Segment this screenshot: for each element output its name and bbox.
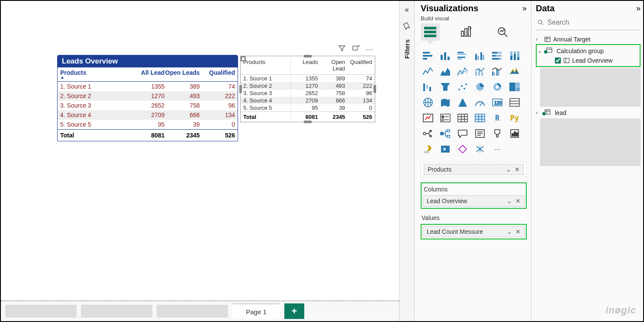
visual-leads-overview-table[interactable]: Leads Overview Products ▲ All Lead Open … (57, 55, 238, 141)
collapse-pane-icon[interactable]: » (522, 4, 527, 13)
col-products[interactable]: Products (243, 59, 291, 72)
slicer-icon[interactable] (438, 112, 453, 124)
clustered-column-icon[interactable] (473, 49, 487, 62)
tree-item-lead-overview[interactable]: Lead Overview (555, 56, 639, 65)
resize-handle[interactable] (374, 85, 376, 93)
table-row[interactable]: 2. Source 21270493222 (241, 82, 375, 89)
clustered-bar-icon[interactable] (455, 49, 470, 62)
remove-field-icon[interactable]: ✕ (515, 166, 520, 173)
hundred-stacked-bar-icon[interactable] (490, 49, 505, 62)
resize-handle[interactable] (304, 121, 312, 123)
r-visual-icon[interactable]: R (490, 112, 505, 124)
search-field[interactable] (536, 17, 641, 30)
resize-handle[interactable] (304, 55, 312, 57)
search-input[interactable] (547, 19, 639, 26)
chevron-down-icon[interactable]: ⌄ (506, 166, 511, 173)
table-row[interactable]: 4. Source 42709666134 (241, 97, 375, 104)
goals-icon[interactable] (490, 127, 505, 140)
waterfall-icon[interactable] (421, 80, 435, 93)
expand-icon[interactable]: › (536, 36, 542, 42)
line-stacked-column-icon[interactable] (473, 65, 487, 78)
matrix-visual-icon[interactable] (473, 112, 487, 124)
col-open-lead[interactable]: Open Lead (318, 59, 345, 72)
field-pill-lead-count-measure[interactable]: Lead Count Messure ⌄✕ (423, 226, 525, 237)
tree-item-calculation-group[interactable]: ⌄ Calculation group (538, 46, 639, 56)
paginated-report-icon[interactable] (507, 127, 522, 140)
decomposition-tree-icon[interactable] (438, 127, 453, 140)
table-row[interactable]: 1. Source 1135538974 (241, 75, 375, 82)
build-fields-tab[interactable] (421, 23, 440, 41)
filters-pane-collapsed[interactable]: « Filters (399, 1, 415, 321)
area-chart-icon[interactable] (438, 65, 453, 78)
chevron-down-icon[interactable]: ⌄ (507, 198, 512, 204)
focus-mode-icon[interactable] (352, 45, 360, 54)
col-qualified[interactable]: Qualified (345, 59, 372, 72)
page-tab-placeholder[interactable] (5, 305, 77, 318)
scatter-icon[interactable] (455, 80, 470, 93)
treemap-icon[interactable] (507, 80, 522, 93)
azure-map-icon[interactable] (455, 96, 470, 109)
page-tab-active[interactable]: Page 1 (232, 303, 280, 319)
gauge-icon[interactable] (473, 96, 487, 109)
smart-narrative-icon[interactable] (473, 127, 487, 140)
field-checkbox[interactable] (555, 57, 561, 64)
line-chart-icon[interactable] (421, 65, 435, 78)
multi-row-card-icon[interactable] (507, 96, 522, 109)
tree-item-lead[interactable]: › lead (536, 108, 641, 118)
format-visual-tab[interactable] (457, 23, 476, 41)
table-visual-icon[interactable] (455, 112, 470, 124)
stacked-bar-icon[interactable] (421, 49, 435, 62)
qa-visual-icon[interactable] (455, 127, 470, 140)
remove-field-icon[interactable]: ✕ (515, 228, 521, 235)
line-clustered-column-icon[interactable] (490, 65, 505, 78)
power-apps-icon[interactable]: 123 (421, 143, 435, 156)
hundred-stacked-column-icon[interactable] (507, 49, 522, 62)
page-tab-placeholder[interactable] (81, 305, 152, 318)
col-leads[interactable]: Leads (291, 59, 318, 72)
resize-handle[interactable] (241, 56, 246, 61)
funnel-icon[interactable] (438, 80, 453, 93)
table-row[interactable]: 4. Source 4 2709 666 134 (58, 110, 238, 120)
stacked-column-icon[interactable] (438, 49, 453, 62)
arcgis-icon[interactable] (455, 143, 470, 156)
more-options-icon[interactable]: ··· (366, 45, 374, 54)
page-tab-placeholder[interactable] (157, 305, 228, 318)
col-all-lead[interactable]: All Lead (129, 69, 164, 80)
filled-map-icon[interactable] (438, 96, 453, 109)
key-influencers-icon[interactable] (421, 127, 435, 140)
more-visuals-icon[interactable]: ··· (490, 143, 505, 156)
ribbon-chart-icon[interactable] (507, 65, 522, 78)
visual-plain-table-selected[interactable]: ··· Products Leads Open Lead Quali (240, 43, 375, 122)
expand-icon[interactable]: › (536, 110, 542, 116)
table-row[interactable]: 3. Source 3 2652 758 96 (58, 101, 238, 110)
card-icon[interactable]: 123 (490, 96, 505, 109)
table-row[interactable]: 1. Source 1 1355 389 74 (58, 82, 238, 91)
resize-handle[interactable] (239, 85, 242, 93)
canvas-body[interactable]: Leads Overview Products ▲ All Lead Open … (1, 1, 399, 301)
pie-icon[interactable] (473, 80, 487, 93)
map-icon[interactable] (421, 96, 435, 109)
collapse-pane-icon[interactable]: » (636, 4, 641, 13)
rows-field-well[interactable]: Products ⌄✕ (421, 162, 527, 177)
collapse-icon[interactable]: ⌄ (538, 48, 544, 54)
remove-field-icon[interactable]: ✕ (515, 198, 521, 204)
table-row[interactable]: 5. Source 595390 (241, 104, 375, 112)
custom-visual-icon[interactable] (473, 143, 487, 156)
field-pill-lead-overview[interactable]: Lead Overview ⌄✕ (423, 195, 525, 207)
kpi-icon[interactable] (421, 112, 435, 124)
bookmark-icon[interactable] (403, 22, 411, 32)
add-page-button[interactable]: + (284, 303, 304, 319)
table-row[interactable]: 3. Source 3265275896 (241, 89, 375, 97)
analytics-tab[interactable] (493, 23, 512, 41)
tree-item-annual-target[interactable]: › Annual Target (536, 35, 641, 44)
filter-icon[interactable] (338, 45, 346, 54)
table-row[interactable]: 2. Source 2 1270 493 222 (58, 91, 238, 101)
stacked-area-icon[interactable] (455, 65, 470, 78)
field-pill-products[interactable]: Products ⌄✕ (424, 164, 524, 175)
col-qualified[interactable]: Qualified (200, 69, 235, 80)
chevron-down-icon[interactable]: ⌄ (507, 228, 512, 235)
donut-icon[interactable] (490, 80, 505, 93)
table-row[interactable]: 5. Source 5 95 39 0 (58, 120, 238, 129)
expand-filters-icon[interactable]: « (405, 5, 409, 14)
python-visual-icon[interactable]: Py (507, 112, 522, 124)
